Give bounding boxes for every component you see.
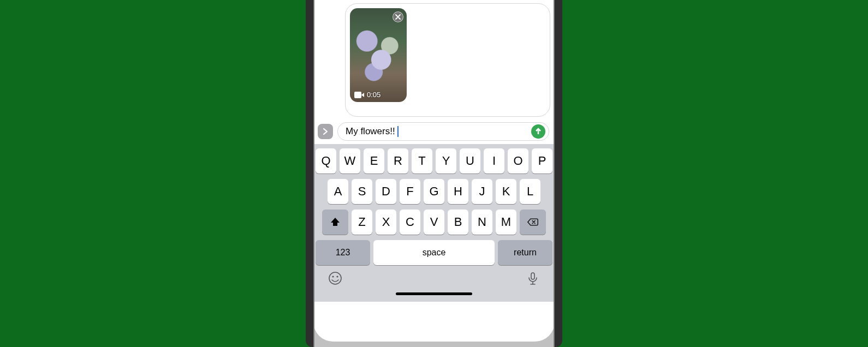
key-n[interactable]: N [472, 210, 492, 235]
key-i[interactable]: I [484, 148, 504, 174]
keyboard-row-3: ZXCVBNM [316, 210, 552, 235]
key-w[interactable]: W [340, 148, 360, 174]
key-a[interactable]: A [328, 179, 348, 204]
keyboard-footer [316, 265, 552, 287]
expand-apps-button[interactable] [318, 124, 333, 139]
message-text-input[interactable]: My flowers!! [337, 122, 549, 141]
numbers-key[interactable]: 123 [316, 240, 370, 265]
key-g[interactable]: G [424, 179, 444, 204]
key-c[interactable]: C [400, 210, 420, 235]
key-d[interactable]: D [376, 179, 396, 204]
key-b[interactable]: B [448, 210, 468, 235]
attachment-bubble: 0:05 [345, 3, 550, 117]
key-s[interactable]: S [352, 179, 372, 204]
key-l[interactable]: L [520, 179, 540, 204]
phone-frame: 0:05 My flowers!! QWERTYUIOP ASDFGHJKL Z… [306, 0, 562, 347]
compose-area: 0:05 [313, 0, 555, 119]
svg-point-0 [329, 272, 341, 284]
key-z[interactable]: Z [352, 210, 372, 235]
text-cursor [397, 126, 399, 137]
video-attachment-thumbnail[interactable]: 0:05 [350, 8, 407, 102]
remove-attachment-button[interactable] [393, 11, 403, 22]
key-m[interactable]: M [496, 210, 516, 235]
home-indicator[interactable] [396, 292, 472, 295]
space-key[interactable]: space [373, 240, 495, 265]
svg-point-2 [336, 276, 338, 277]
keyboard-row-2: ASDFGHJKL [316, 179, 552, 204]
shift-key[interactable] [322, 210, 348, 235]
key-v[interactable]: V [424, 210, 444, 235]
dictation-icon[interactable] [525, 271, 540, 286]
keyboard: QWERTYUIOP ASDFGHJKL ZXCVBNM 123 space r… [313, 144, 555, 302]
backspace-key[interactable] [520, 210, 546, 235]
return-key[interactable]: return [498, 240, 552, 265]
key-e[interactable]: E [364, 148, 384, 174]
keyboard-bottom-row: 123 space return [316, 240, 552, 265]
key-f[interactable]: F [400, 179, 420, 204]
key-t[interactable]: T [412, 148, 432, 174]
key-j[interactable]: J [472, 179, 492, 204]
keyboard-row-1: QWERTYUIOP [316, 148, 552, 174]
key-k[interactable]: K [496, 179, 516, 204]
key-y[interactable]: Y [436, 148, 456, 174]
video-meta: 0:05 [354, 91, 381, 99]
key-p[interactable]: P [532, 148, 552, 174]
svg-point-1 [332, 276, 334, 277]
send-button[interactable] [531, 124, 545, 139]
video-icon [354, 92, 364, 98]
key-h[interactable]: H [448, 179, 468, 204]
key-x[interactable]: X [376, 210, 396, 235]
key-q[interactable]: Q [316, 148, 336, 174]
screen: 0:05 My flowers!! QWERTYUIOP ASDFGHJKL Z… [313, 0, 555, 342]
message-text-value: My flowers!! [346, 126, 395, 137]
key-r[interactable]: R [388, 148, 408, 174]
key-u[interactable]: U [460, 148, 480, 174]
key-o[interactable]: O [508, 148, 528, 174]
message-input-row: My flowers!! [313, 119, 555, 144]
svg-rect-3 [531, 273, 534, 279]
emoji-icon[interactable] [328, 271, 343, 286]
video-duration: 0:05 [367, 91, 381, 99]
